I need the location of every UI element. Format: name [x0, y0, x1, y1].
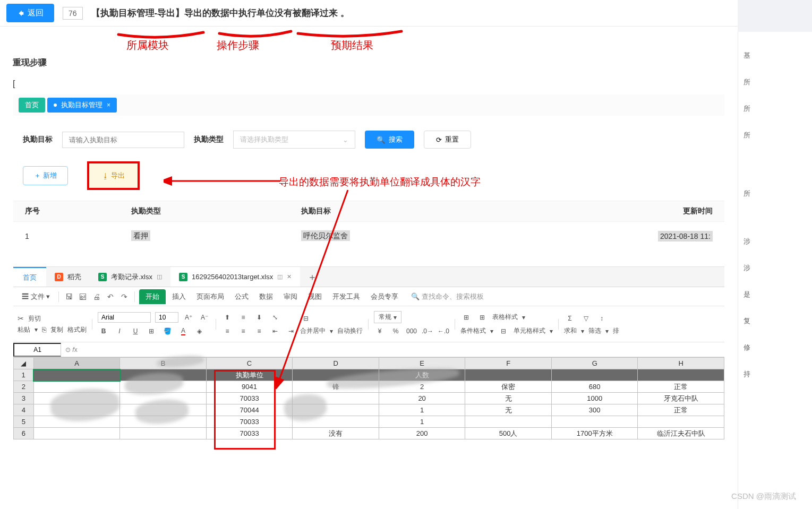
- menu-start[interactable]: 开始: [139, 289, 166, 304]
- reset-icon: ⟳: [436, 136, 442, 144]
- col-A[interactable]: A: [33, 358, 120, 369]
- menu-formula[interactable]: 公式: [230, 290, 253, 304]
- reproduce-steps-title: 重现步骤: [13, 57, 725, 79]
- select-all-corner[interactable]: ◢: [14, 358, 34, 369]
- format-painter-label[interactable]: 格式刷: [67, 325, 87, 334]
- align-center-icon[interactable]: ≡: [237, 325, 249, 337]
- copy-label: 复制: [50, 325, 63, 334]
- bold-icon[interactable]: B: [98, 325, 109, 337]
- filter-target-label: 执勤目标: [23, 135, 53, 144]
- filter-target-input[interactable]: [62, 132, 184, 148]
- filter-type-select[interactable]: 请选择执勤类型 ⌄: [233, 131, 355, 149]
- spreadsheet-grid[interactable]: ◢ A B C D E F G H 1 执勤单位 人数: [13, 357, 724, 439]
- fill-color-icon[interactable]: 🪣: [161, 325, 173, 337]
- cellfmt-label[interactable]: 单元格样式: [514, 326, 545, 335]
- menu-insert[interactable]: 插入: [168, 290, 190, 304]
- annotation-steps: 操作步骤: [217, 38, 259, 53]
- fx-area[interactable]: ⊙ fx: [61, 346, 724, 353]
- search-label: 搜索: [389, 135, 403, 144]
- col-F[interactable]: F: [465, 358, 552, 369]
- dec-inc-icon[interactable]: .0→: [422, 325, 433, 337]
- dec-dec-icon[interactable]: ←.0: [438, 325, 449, 337]
- menu-search[interactable]: 🔍 查找命令、搜索模板: [411, 292, 484, 301]
- sort-icon[interactable]: ↕: [596, 313, 608, 324]
- decrease-font-icon[interactable]: A⁻: [199, 312, 210, 323]
- percent-icon[interactable]: %: [390, 325, 401, 337]
- align-bot-icon[interactable]: ⬇: [253, 312, 265, 323]
- increase-font-icon[interactable]: A⁺: [183, 312, 194, 323]
- effects-icon[interactable]: ◈: [193, 325, 205, 337]
- sort-label[interactable]: 排: [613, 326, 619, 335]
- comma-icon[interactable]: 000: [406, 325, 417, 337]
- th-time: 更新时间: [577, 206, 713, 216]
- paste-label[interactable]: 粘贴: [18, 325, 30, 334]
- menu-file[interactable]: ☰ 文件 ▾: [18, 290, 54, 304]
- cond-label[interactable]: 条件格式: [460, 326, 486, 335]
- daoke-icon: D: [55, 273, 63, 281]
- align-left-icon[interactable]: ≡: [221, 325, 233, 337]
- sheet-row: 5700331: [14, 416, 724, 428]
- cond-fmt-icon[interactable]: ⊞: [460, 312, 472, 323]
- fx-icon: ⊙ fx: [65, 346, 78, 353]
- cell-ref-input[interactable]: [13, 343, 61, 357]
- tab-close-icon[interactable]: ×: [107, 101, 110, 109]
- align-top-icon[interactable]: ⬆: [221, 312, 233, 323]
- print-icon[interactable]: 🖨: [91, 291, 102, 303]
- save-icon[interactable]: 🖫: [63, 291, 75, 303]
- sum-icon[interactable]: Σ: [564, 313, 576, 324]
- filter-type-placeholder: 请选择执勤类型: [240, 135, 288, 144]
- col-G[interactable]: G: [551, 358, 638, 369]
- sum-label[interactable]: 求和: [564, 326, 577, 335]
- number-format-select[interactable]: 常规 ▾: [374, 311, 401, 323]
- tab-duty-target-mgmt[interactable]: 执勤目标管理 ×: [47, 98, 117, 113]
- back-button[interactable]: 返回: [6, 4, 54, 22]
- cell-style-icon[interactable]: ⊟: [498, 325, 509, 337]
- menu-layout[interactable]: 页面布局: [192, 290, 228, 304]
- download-icon: ⭳: [102, 172, 109, 180]
- border-icon[interactable]: ⊞: [146, 325, 157, 337]
- reset-button[interactable]: ⟳ 重置: [424, 131, 471, 149]
- wps-file-tab-2[interactable]: S 考勤记录.xlsx ◫: [90, 267, 170, 287]
- print-preview-icon[interactable]: 🗟: [77, 291, 89, 303]
- table-fmt-icon[interactable]: ⊞: [476, 312, 488, 323]
- menu-vip[interactable]: 会员专享: [366, 290, 403, 304]
- align-mid-icon[interactable]: ≡: [237, 312, 249, 323]
- plus-icon: ＋: [34, 171, 41, 180]
- filter-icon[interactable]: ▽: [580, 313, 592, 324]
- currency-icon[interactable]: ¥: [374, 325, 386, 337]
- filter-label[interactable]: 筛选: [588, 326, 601, 335]
- wps-file-tab-1[interactable]: D 稻壳: [46, 267, 90, 287]
- copy-icon[interactable]: ⎘: [42, 325, 46, 334]
- add-button[interactable]: ＋ 新增: [23, 166, 68, 185]
- tblfmt-label[interactable]: 表格样式: [492, 313, 518, 322]
- italic-icon[interactable]: I: [114, 325, 125, 337]
- tab-pin-icon[interactable]: ◫: [157, 273, 162, 280]
- font-select[interactable]: [98, 312, 151, 323]
- scissors-icon[interactable]: ✂: [18, 314, 24, 323]
- underline-icon[interactable]: U: [130, 325, 141, 337]
- col-H[interactable]: H: [638, 358, 724, 369]
- tab-active-label: 执勤目标管理: [61, 100, 102, 110]
- sheet-row: 670033没有200500人1700平方米临沂江夫石中队: [14, 428, 724, 439]
- font-color-icon[interactable]: A: [177, 325, 189, 337]
- sheet-row: 4700441无300正常: [14, 404, 724, 416]
- font-size-select[interactable]: [155, 312, 178, 323]
- wps-menu-bar: ☰ 文件 ▾ 🖫 🗟 🖨 ↶ ↷ 开始 插入 页面布局 公式 数据 审阅 视图 …: [13, 287, 724, 306]
- chevron-down-icon: ⌄: [343, 136, 348, 144]
- wps-home-tab[interactable]: 首页: [13, 267, 46, 287]
- webapp-tabs: 首页 执勤目标管理 ×: [13, 94, 724, 116]
- reset-label: 重置: [445, 135, 459, 144]
- undo-icon[interactable]: ↶: [105, 291, 116, 303]
- wps-file3-label: 1629256402013target.xlsx: [192, 273, 273, 281]
- export-button[interactable]: ⭳ 导出: [87, 161, 140, 190]
- align-right-icon[interactable]: ≡: [253, 325, 265, 337]
- th-seq: 序号: [25, 206, 131, 216]
- arrow-to-column: [273, 187, 358, 389]
- export-label: 导出: [111, 171, 125, 180]
- col-E[interactable]: E: [379, 358, 465, 369]
- redo-icon[interactable]: ↷: [118, 291, 130, 303]
- search-button[interactable]: 🔍 搜索: [365, 131, 414, 149]
- back-label: 返回: [28, 8, 44, 18]
- data-table-header: 序号 执勤类型 执勤目标 更新时间: [13, 201, 724, 221]
- tab-home[interactable]: 首页: [19, 98, 45, 113]
